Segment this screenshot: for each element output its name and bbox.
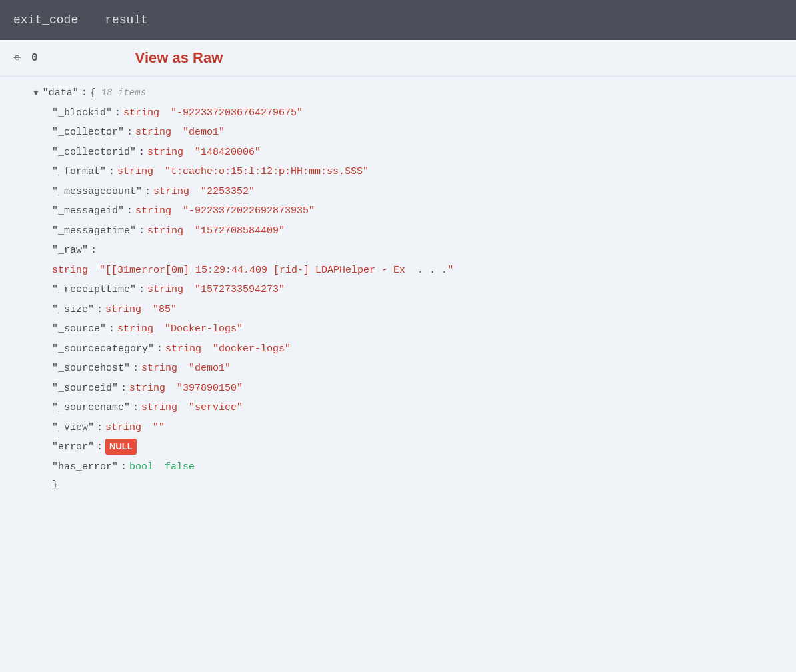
pin-icon[interactable]: ⌖ [13,51,21,66]
field-sourcename: "_sourcename" : string "service" [52,398,783,418]
field-collectorid: "_collectorid" : string "148420006" [52,143,783,163]
field-raw-value: string "[[31merror[0m] 15:29:44.409 [rid… [52,261,783,281]
root-key: "data" [43,85,79,102]
field-collector: "_collector" : string "demo1" [52,123,783,143]
field-messagecount: "_messagecount" : string "2253352" [52,182,783,202]
json-fields: "_blockid" : string "-922337203676427967… [33,103,783,477]
item-count: 18 items [101,85,146,101]
field-source: "_source" : string "Docker-logs" [52,319,783,339]
sub-header: ⌖ 0 View as Raw [0,40,796,77]
field-messagetime: "_messagetime" : string "1572708584409" [52,221,783,241]
field-raw-key: "_raw" : [52,241,783,261]
field-view: "_view" : string "" [52,418,783,438]
field-size: "_size" : string "85" [52,300,783,320]
col-exit-code: exit_code [13,13,78,27]
main-content: ▼ "data" : { 18 items "_blockid" : strin… [0,77,796,507]
view-raw-title: View as Raw [135,49,223,67]
field-sourceid: "_sourceid" : string "397890150" [52,379,783,399]
json-root-row: ▼ "data" : { 18 items [33,83,783,103]
closing-brace: } [33,477,783,494]
json-viewer: ▼ "data" : { 18 items "_blockid" : strin… [13,83,783,494]
field-blockid: "_blockid" : string "-922337203676427967… [52,103,783,123]
field-has-error: "has_error" : bool false [52,457,783,477]
field-sourcehost: "_sourcehost" : string "demo1" [52,359,783,379]
field-format: "_format" : string "t:cache:o:15:l:12:p:… [52,162,783,182]
field-messageid: "_messageid" : string "-9223372022692873… [52,201,783,221]
col-result: result [105,13,148,27]
null-badge: NULL [105,439,137,455]
result-count: 0 [31,52,38,64]
field-error: "error" : NULL [52,437,783,457]
field-sourcecategory: "_sourcecategory" : string "docker-logs" [52,339,783,359]
header-bar: exit_code result [0,0,796,40]
collapse-arrow[interactable]: ▼ [33,86,39,101]
field-receipttime: "_receipttime" : string "1572733594273" [52,280,783,300]
